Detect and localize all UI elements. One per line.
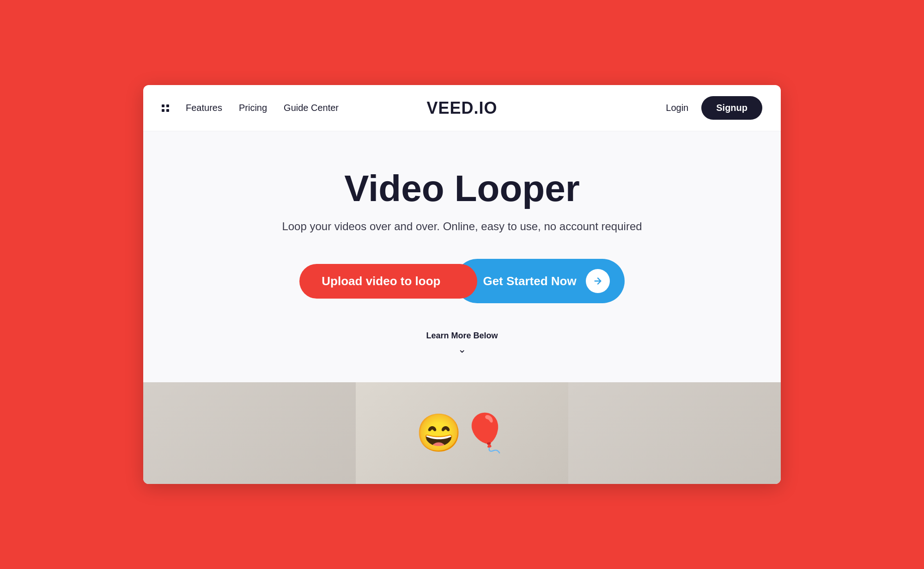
hero-subtitle: Loop your videos over and over. Online, …: [282, 220, 642, 233]
preview-image-center: 😄🎈: [356, 382, 568, 484]
signup-button[interactable]: Signup: [701, 96, 762, 120]
nav-left: Features Pricing Guide Center: [162, 103, 339, 113]
pricing-link[interactable]: Pricing: [239, 103, 267, 113]
arrow-icon-circle: [586, 269, 610, 293]
get-started-label: Get Started Now: [483, 274, 576, 288]
upload-video-button[interactable]: Upload video to loop: [299, 264, 477, 299]
login-link[interactable]: Login: [666, 103, 688, 113]
logo-container: VEED.IO: [426, 98, 497, 118]
arrow-right-icon: [593, 276, 603, 286]
chevron-down-icon[interactable]: ⌄: [458, 344, 466, 355]
page-title: Video Looper: [344, 168, 580, 209]
emoji-balloon-icon: 😄🎈: [416, 411, 508, 455]
preview-card-left: [143, 382, 356, 484]
hero-section: Video Looper Loop your videos over and o…: [143, 131, 781, 382]
browser-window: Features Pricing Guide Center VEED.IO Lo…: [143, 85, 781, 484]
guide-center-link[interactable]: Guide Center: [284, 103, 339, 113]
preview-card-right: [568, 382, 781, 484]
cta-container: Upload video to loop Get Started Now: [299, 259, 624, 303]
preview-image-right: [568, 382, 781, 484]
preview-image-left: [143, 382, 356, 484]
navbar: Features Pricing Guide Center VEED.IO Lo…: [143, 85, 781, 131]
site-logo[interactable]: VEED.IO: [426, 98, 497, 117]
features-grid-icon[interactable]: [162, 104, 169, 112]
features-link[interactable]: Features: [186, 103, 222, 113]
video-previews: 😄🎈: [143, 382, 781, 484]
learn-more-text: Learn More Below: [426, 331, 498, 341]
preview-card-center: 😄🎈: [356, 382, 568, 484]
get-started-button[interactable]: Get Started Now: [455, 259, 624, 303]
learn-more-section: Learn More Below ⌄: [426, 331, 498, 355]
nav-right: Login Signup: [666, 96, 762, 120]
